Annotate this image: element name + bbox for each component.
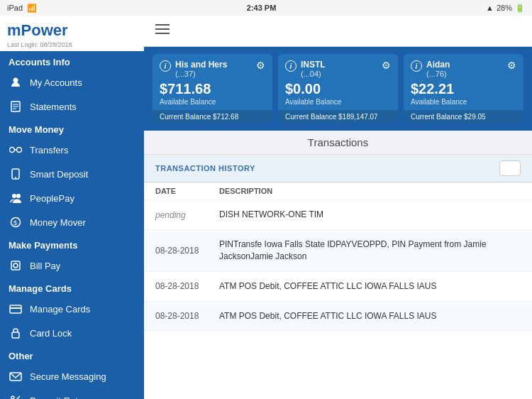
svg-point-11 [16,194,21,198]
main-content: i His and Hers (...37) ⚙ $711.68 Availab… [144,16,532,399]
column-description: DESCRIPTION [219,187,521,195]
battery-level: 28% [497,4,512,12]
sidebar-section-other: Other [0,345,144,364]
top-bar [144,16,532,47]
info-icon-2[interactable]: i [411,60,422,72]
gear-icon-1[interactable]: ⚙ [382,60,391,71]
svg-point-21 [11,396,14,399]
status-bar: iPad 📶 2:43 PM ▲ 28% 🔋 [0,0,532,16]
bill-icon [9,258,23,273]
sidebar-item-secure-messaging[interactable]: Secure Messaging [0,364,144,388]
sidebar-item-people-pay[interactable]: PeoplePay [0,186,144,210]
battery-icon: 🔋 [515,4,525,13]
sidebar-item-money-mover[interactable]: $ Money Mover [0,210,144,234]
svg-point-10 [12,194,16,198]
available-label-1: Available Balance [285,98,391,106]
transaction-history-bar: TRANSACTION HISTORY [144,155,532,182]
sidebar-item-label: My Accounts [30,77,82,88]
svg-point-6 [17,148,22,153]
tx-date-1: 08-28-2018 [155,246,219,256]
account-current-balance-1: Current Balance $189,147.07 [278,110,398,124]
available-label-2: Available Balance [411,98,516,106]
transfer-icon [9,143,23,157]
sidebar-item-label: Bill Pay [30,261,60,271]
transactions-title: Transactions [144,131,532,155]
sidebar-section-move-money: Move Money [0,119,144,138]
tx-description-0: DISH NETWORK-ONE TIM [219,209,521,221]
transaction-list: pending DISH NETWORK-ONE TIM 08-28-2018 … [144,200,532,399]
percent-icon [9,393,23,399]
account-id-2: (...76) [426,70,450,78]
gear-icon-0[interactable]: ⚙ [256,60,265,71]
sidebar-item-label: Deposit Rates [30,395,88,400]
table-row: 08-28-2018 ATM POS Debit, COFFEE ATTIC L… [144,302,532,332]
hamburger-menu-button[interactable] [155,23,170,38]
sidebar-item-label: Money Mover [30,217,86,228]
account-card-1[interactable]: i INSTL (...04) ⚙ $0.00 Available Balanc… [278,54,398,124]
account-name-1: INSTL [301,60,326,70]
account-name-2: Aidan [426,60,450,70]
column-date: DATE [155,187,219,195]
tx-date-0: pending [155,210,219,220]
logo-power: Power [21,21,68,40]
table-row: 08-28-2018 ATM POS Debit, COFFEE ATTIC L… [144,272,532,302]
sidebar-item-card-lock[interactable]: Card Lock [0,321,144,345]
tx-date-2: 08-28-2018 [155,281,219,291]
account-card-2[interactable]: i Aidan (...76) ⚙ $22.21 Available Balan… [404,54,523,124]
sidebar-item-label: Card Lock [30,328,72,339]
info-icon-0[interactable]: i [160,60,171,72]
phone-icon [9,167,23,181]
status-time: 2:43 PM [247,4,277,12]
document-icon [9,99,23,114]
sidebar-section-accounts-info: Accounts Info [0,51,144,70]
app-container: m Power Last Login: 08/28/2018 Accounts … [0,16,532,399]
gear-icon-2[interactable]: ⚙ [507,60,516,71]
status-ipad-label: iPad [7,4,23,12]
lock-icon [9,326,23,340]
logo-m: m [7,21,21,40]
tx-description-1: PINTransfe Iowa Falls State IDPAYVEOPPD,… [219,239,521,263]
wifi-icon: 📶 [27,4,37,13]
account-name-0: His and Hers [175,60,227,70]
table-row: pending DISH NETWORK-ONE TIM [144,200,532,230]
mail-icon [9,369,23,383]
sidebar-item-deposit-rates[interactable]: Deposit Rates [0,388,144,399]
sidebar-item-statements[interactable]: Statements [0,94,144,119]
svg-rect-14 [11,261,20,270]
sidebar-item-label: Statements [30,102,77,112]
currency-icon: $ [9,215,23,229]
svg-rect-18 [12,332,19,338]
sidebar-item-my-accounts[interactable]: My Accounts [0,70,144,94]
status-right: ▲ 28% 🔋 [486,4,525,13]
status-left: iPad 📶 [7,4,37,13]
signal-icon: ▲ [486,4,494,12]
table-row: 08-28-2018 PINTransfe Iowa Falls State I… [144,230,532,272]
account-current-balance-2: Current Balance $29.05 [404,110,523,124]
svg-rect-16 [10,305,21,313]
account-current-balance-0: Current Balance $712.68 [153,110,272,124]
sidebar-item-label: Transfers [30,145,68,155]
logo-tagline: Last Login: 08/28/2018 [7,41,72,48]
tx-description-3: ATM POS Debit, COFFEE ATTIC LLC IOWA FAL… [219,310,521,322]
sidebar-section-manage-cards: Manage Cards [0,278,144,297]
sidebar-item-transfers[interactable]: Transfers [0,138,144,162]
sidebar-item-smart-deposit[interactable]: Smart Deposit [0,162,144,186]
svg-point-15 [13,263,18,268]
svg-text:$: $ [13,219,17,226]
sidebar-item-manage-cards[interactable]: Manage Cards [0,297,144,321]
info-icon-1[interactable]: i [285,60,297,72]
transactions-section: Transactions TRANSACTION HISTORY DATE DE… [144,131,532,399]
sidebar-item-label: Secure Messaging [30,371,106,382]
sidebar-logo: m Power Last Login: 08/28/2018 [0,16,144,51]
sidebar-item-bill-pay[interactable]: Bill Pay [0,253,144,278]
sidebar-item-label: Smart Deposit [30,169,88,180]
person-icon [9,75,23,89]
account-id-0: (...37) [175,70,227,78]
account-card-0[interactable]: i His and Hers (...37) ⚙ $711.68 Availab… [153,54,272,124]
account-id-1: (...04) [301,70,326,78]
sidebar-item-label: Manage Cards [30,304,90,315]
account-cards: i His and Hers (...37) ⚙ $711.68 Availab… [144,47,532,131]
transaction-history-label: TRANSACTION HISTORY [155,164,255,173]
people-icon [9,191,23,205]
transaction-search-box[interactable] [499,160,521,176]
